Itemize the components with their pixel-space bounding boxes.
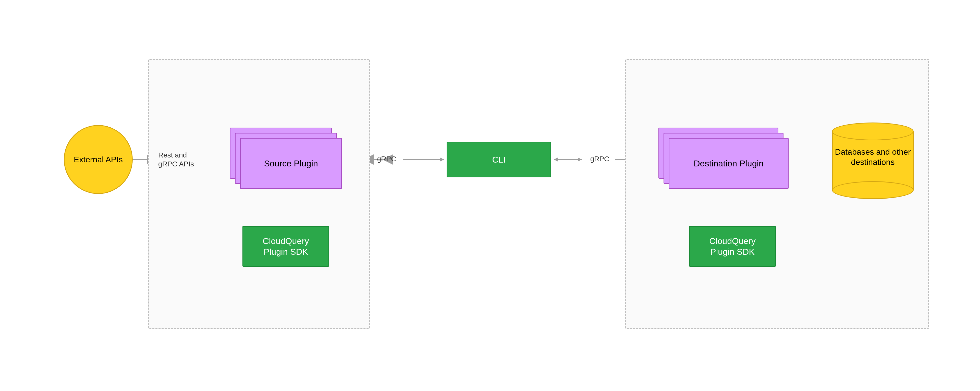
external-apis-label: External APIs	[68, 155, 128, 164]
destination-plugin-label: Destination Plugin	[694, 159, 764, 168]
grpc-right-label: gRPC	[584, 154, 615, 163]
arrowhead-grpc-cli	[440, 157, 444, 162]
external-apis-node: External APIs	[64, 125, 133, 194]
destination-sdk-label: CloudQuery Plugin SDK	[709, 235, 756, 257]
source-sdk-label: CloudQuery Plugin SDK	[262, 235, 309, 257]
arrowhead-cli-left	[554, 157, 558, 162]
cli-label: CLI	[492, 154, 506, 165]
source-sdk-node: CloudQuery Plugin SDK	[242, 226, 329, 267]
source-plugin-stack: Source Plugin	[230, 128, 342, 189]
cli-node: CLI	[447, 141, 551, 177]
destination-plugin-stack: Destination Plugin	[659, 128, 789, 189]
source-process-container	[148, 59, 370, 329]
arrowhead-cli-right	[578, 157, 582, 162]
destination-plugin-node: Destination Plugin	[669, 138, 789, 189]
source-plugin-node: Source Plugin	[240, 138, 342, 189]
destination-sdk-node: CloudQuery Plugin SDK	[689, 226, 776, 267]
grpc-left-label: gRPC	[371, 154, 402, 163]
rest-grpc-label: Rest and gRPC APIs	[158, 151, 202, 168]
architecture-diagram: External APIs Rest and gRPC APIs Source …	[0, 0, 980, 391]
source-plugin-label: Source Plugin	[264, 159, 318, 168]
databases-node: Databases and other destinations	[832, 122, 914, 199]
databases-label: Databases and other destinations	[832, 147, 914, 167]
